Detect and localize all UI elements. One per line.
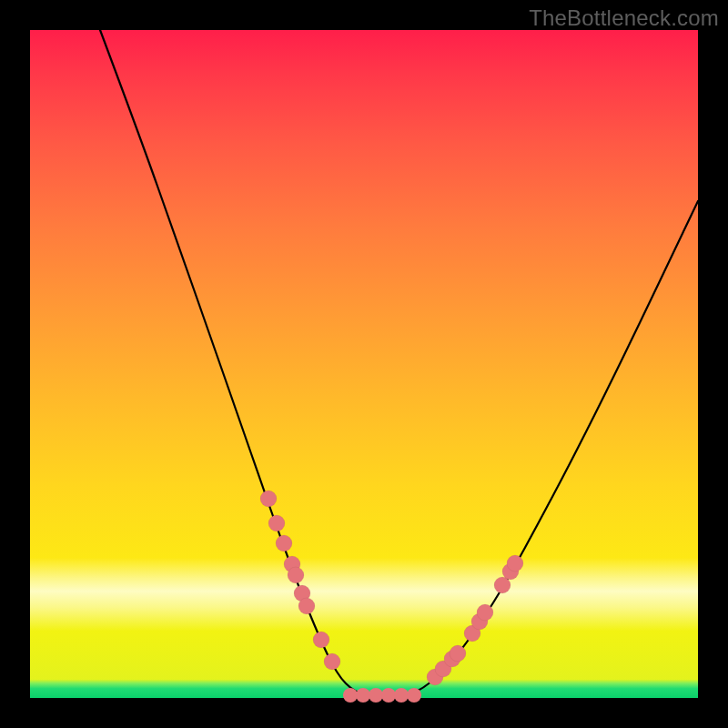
marker-dot [477,604,493,621]
left-cluster-markers [260,490,340,670]
right-curve [403,201,698,696]
flat-min-markers [343,688,421,703]
outer-frame: TheBottleneck.com [0,0,728,728]
marker-dot [313,632,329,648]
marker-dot [298,598,315,614]
chart-svg [30,30,698,698]
marker-dot [268,515,285,531]
marker-dot [276,535,292,551]
marker-dot [356,688,370,703]
marker-dot [288,567,304,583]
marker-dot [394,688,409,703]
marker-dot [450,645,466,662]
marker-dot [324,653,340,670]
right-cluster-markers [427,555,523,685]
marker-dot [343,688,358,703]
left-curve [100,30,369,696]
marker-dot [407,688,421,703]
plot-area [30,30,698,698]
marker-dot [369,688,383,703]
marker-dot [507,555,523,571]
watermark-text: TheBottleneck.com [529,5,719,31]
marker-dot [260,490,277,507]
marker-dot [381,688,396,703]
